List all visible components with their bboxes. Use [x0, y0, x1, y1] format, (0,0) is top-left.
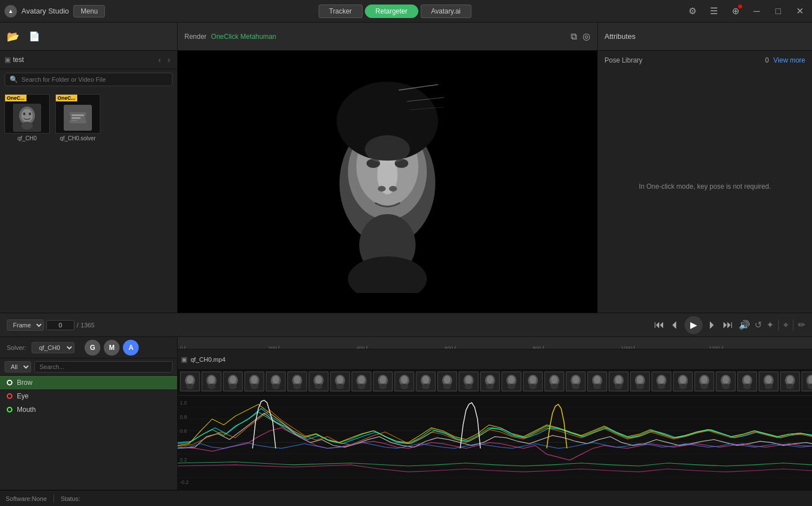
face-video [325, 69, 449, 295]
curve-item-eye[interactable]: Eye [0, 389, 177, 403]
curve-item-brow[interactable]: Brow [0, 376, 177, 389]
file-name-label: qf_CH0 [17, 135, 37, 141]
svg-point-101 [572, 376, 579, 384]
frame-thumb [437, 371, 457, 392]
svg-point-97 [551, 376, 558, 384]
solver-badges: G M A [85, 340, 139, 356]
face-video-svg [325, 70, 449, 293]
frame-separator: / [77, 322, 78, 329]
search-input[interactable] [21, 76, 167, 83]
svg-point-82 [465, 384, 473, 389]
svg-point-117 [658, 376, 665, 384]
step-back-button[interactable]: ⏴ [669, 318, 681, 332]
svg-point-137 [765, 376, 772, 384]
solver-dropdown[interactable]: qf_CH0 [32, 342, 74, 353]
curve-list: Brow Eye Mouth [0, 376, 177, 490]
frame-thumb [758, 371, 779, 392]
retargeter-button[interactable]: Retargeter [365, 5, 418, 18]
svg-point-77 [444, 376, 451, 384]
maximize-button[interactable]: □ [770, 3, 786, 19]
copy-icon[interactable]: ⧉ [571, 31, 577, 42]
frame-input[interactable] [46, 320, 74, 330]
attributes-title: Attributes [604, 32, 636, 41]
frame-thumb [223, 371, 243, 392]
frame-thumb [201, 371, 222, 392]
file-icon[interactable]: 📄 [26, 28, 43, 45]
rewind-start-button[interactable]: ⏮ [653, 318, 665, 332]
eye-icon[interactable]: ◎ [582, 31, 590, 42]
pose-library-actions: 0 View more [765, 56, 805, 64]
frame-thumb [544, 371, 564, 392]
pose-library-label: Pose Library [604, 56, 642, 64]
svg-point-58 [336, 384, 344, 389]
solver-preview-icon [64, 105, 92, 131]
svg-point-3 [29, 112, 31, 115]
keyframe-icon[interactable]: ⌖ [783, 320, 788, 330]
nav-prev-button[interactable]: ‹ [156, 54, 164, 65]
curve-item-mouth[interactable]: Mouth [0, 403, 177, 416]
badge-a[interactable]: A [123, 340, 139, 356]
list-item[interactable]: OneC... [5, 94, 50, 141]
svg-rect-10 [85, 116, 89, 120]
svg-point-37 [230, 376, 236, 384]
settings-icon[interactable]: ⚙ [685, 3, 700, 19]
eye-label: Eye [17, 392, 29, 400]
file-preview [5, 103, 49, 133]
frame-thumb [373, 371, 393, 392]
frame-thumb [266, 371, 286, 392]
notification-icon[interactable]: ⊕ [727, 3, 743, 19]
tracker-button[interactable]: Tracker [319, 5, 363, 18]
avataryai-button[interactable]: Avatary.ai [421, 5, 471, 18]
step-forward-button[interactable]: ⏵ [706, 318, 718, 332]
titlebar-center: Tracker Retargeter Avatary.ai [319, 5, 471, 18]
pose-count: 0 [765, 56, 769, 64]
loop-icon[interactable]: ↺ [754, 319, 762, 330]
svg-point-81 [465, 376, 472, 384]
fast-forward-button[interactable]: ⏭ [722, 318, 734, 332]
svg-point-34 [208, 384, 215, 389]
file-name-label: qf_CH0.solver [60, 135, 95, 141]
view-more-button[interactable]: View more [774, 56, 805, 64]
timeline-search-input[interactable] [34, 361, 173, 372]
search-bar: 🔍 [5, 73, 173, 86]
timeline-left: Solver: qf_CH0 G M A All Brow [0, 337, 178, 490]
filter-dropdown[interactable]: All [5, 361, 31, 372]
svg-point-93 [529, 376, 536, 384]
timeline-ruler: 0 f 200 f 400 f 600 f 800 f 1000 f 1200 … [178, 337, 812, 349]
folder-nav: ▣ test ‹ › [0, 51, 177, 69]
badge-m[interactable]: M [104, 340, 120, 356]
chat-icon[interactable]: ☰ [706, 3, 722, 19]
render-header: Render OneClick Metahuman ⧉ ◎ [178, 23, 597, 51]
volume-icon[interactable]: 🔊 [739, 319, 750, 330]
frame-thumb [566, 371, 586, 392]
nav-next-button[interactable]: › [165, 54, 173, 65]
svg-point-41 [251, 376, 258, 384]
svg-point-62 [358, 384, 365, 389]
svg-point-129 [722, 376, 729, 384]
badge-g[interactable]: G [85, 340, 100, 356]
close-button[interactable]: ✕ [792, 3, 807, 19]
svg-point-141 [787, 376, 793, 384]
list-item[interactable]: OneC... [55, 94, 100, 141]
pin-icon[interactable]: ✦ [766, 319, 774, 330]
eye-dot [7, 393, 12, 399]
ruler-mark-1000: 1000 f [621, 345, 635, 350]
pencil-icon[interactable]: ✏ [798, 319, 805, 330]
frame-thumb [308, 371, 329, 392]
brow-label: Brow [17, 379, 32, 387]
software-value: None [32, 495, 46, 502]
frame-dropdown[interactable]: Frame [7, 319, 44, 331]
menu-button[interactable]: Menu [73, 5, 105, 17]
minimize-button[interactable]: ─ [749, 3, 765, 19]
svg-point-33 [208, 376, 215, 384]
ruler-mark-200: 200 f [268, 345, 279, 350]
svg-point-26 [365, 135, 410, 163]
mouth-dot [7, 407, 12, 412]
open-folder-icon[interactable]: 📂 [5, 28, 21, 45]
frame-thumb [458, 371, 479, 392]
play-button[interactable]: ▶ [685, 316, 703, 334]
render-actions: ⧉ ◎ [571, 31, 590, 42]
brow-dot [7, 380, 12, 385]
svg-point-90 [508, 384, 515, 389]
attributes-header: Attributes [598, 23, 812, 51]
